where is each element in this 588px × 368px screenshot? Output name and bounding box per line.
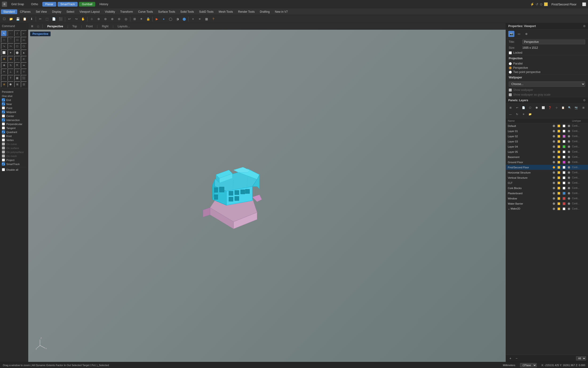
point-tool[interactable]: · <box>8 30 14 37</box>
layer-row-02[interactable]: Layer 02 Conti... <box>506 134 588 139</box>
loft-tool[interactable]: ⬠ <box>21 43 27 49</box>
viewport-single-icon[interactable]: □ <box>35 24 41 29</box>
saveas-btn[interactable]: 📋 <box>21 16 28 22</box>
select-tool[interactable]: ↖ <box>1 30 7 37</box>
fillet-tool[interactable]: ⌢ <box>14 56 20 62</box>
osnap-midpoint[interactable]: Midpoint <box>1 110 26 114</box>
layers-icon-9[interactable]: 📋 <box>560 105 566 111</box>
oneshot-label[interactable]: One shot <box>1 94 26 98</box>
layer-row-default[interactable]: Default Conti... <box>506 123 588 129</box>
layers-icon-12[interactable]: ⊞ <box>580 105 586 111</box>
osnap-knot[interactable]: Knot <box>1 134 26 138</box>
grid2-tool[interactable]: ⊞ <box>14 81 20 87</box>
ellipse-tool[interactable]: ⬭ <box>14 37 20 43</box>
osnap-point[interactable]: Point <box>1 106 26 110</box>
explode-tool[interactable]: ⊹ <box>21 69 27 75</box>
redo-btn[interactable]: ↪ <box>73 16 79 22</box>
render-preview-btn[interactable]: ▶ <box>154 16 160 22</box>
osnap-intersection[interactable]: Intersection <box>1 118 26 122</box>
save-btn[interactable]: 💾 <box>15 16 21 22</box>
layer-row-ground-floor[interactable]: Ground Floor Conti... <box>506 160 588 165</box>
snap-btn[interactable]: ⌖ <box>190 16 196 22</box>
osnap-tangent[interactable]: Tangent <box>1 126 26 130</box>
named-selections-btn[interactable]: ▦ <box>203 16 210 22</box>
circle-tool[interactable]: ○ <box>1 37 7 43</box>
wallpaper-dropdown[interactable]: Choose... <box>509 82 585 87</box>
material-btn[interactable]: ● <box>160 16 167 22</box>
copywref-btn[interactable]: ⬛ <box>57 16 64 22</box>
zoom-out-btn[interactable]: ⊖ <box>116 16 122 22</box>
join-tool[interactable]: ⊃ <box>14 69 20 75</box>
viewport-3d[interactable]: Perspective <box>28 30 506 362</box>
projection-parallel[interactable]: Parallel <box>506 61 588 66</box>
osnap-smarttrack[interactable]: SmartTrack <box>1 162 26 166</box>
layer-row-first-second-floor[interactable]: First/Second Floor Conti... <box>506 165 588 170</box>
menu-setview[interactable]: Set View <box>33 9 49 14</box>
menu-mesh-tools[interactable]: Mesh Tools <box>216 9 235 14</box>
curve-tool[interactable]: ∿ <box>1 43 7 49</box>
layers-icon-1[interactable]: ⊞ <box>507 105 513 111</box>
osnap-end[interactable]: End <box>1 98 26 102</box>
osnap-near[interactable]: Near <box>1 102 26 106</box>
disable-all-osnap[interactable]: Disable all <box>1 167 26 172</box>
viewport-grid-icon[interactable]: ⊞ <box>29 24 35 29</box>
lock-btn[interactable]: 🔒 <box>145 16 151 22</box>
menu-render-tools[interactable]: Render Tools <box>236 9 257 14</box>
select-btn[interactable]: ⊹ <box>88 16 95 22</box>
layer-print-dot[interactable] <box>568 125 570 127</box>
projection-two-point[interactable]: Two point perspective <box>506 70 588 74</box>
layer-row-cork-blocks[interactable]: Cork Blocks Conti... <box>506 185 588 191</box>
hatch-tool[interactable]: ▩ <box>14 75 20 81</box>
layer-row-04[interactable]: Layer 04 Conti... <box>506 144 588 149</box>
remove-layer-btn[interactable]: − <box>514 356 519 361</box>
menu-visibility[interactable]: Visibility <box>103 9 117 14</box>
menu-subd-tools[interactable]: SubD Tools <box>197 9 216 14</box>
freehand-tool[interactable]: 〜 <box>8 43 14 49</box>
show-wallpaper-checkbox[interactable] <box>509 89 512 92</box>
layers-icon-8[interactable]: ⊹ <box>553 105 560 111</box>
dimension-tool[interactable]: ↔ <box>1 75 7 81</box>
osnap-perpendicular[interactable]: Perpendicular <box>1 122 26 126</box>
layer-color-indicator[interactable] <box>544 2 548 6</box>
layer-color[interactable] <box>557 125 560 127</box>
layers-btn[interactable]: ≡ <box>196 16 203 22</box>
new-btn[interactable]: ☐ <box>1 16 8 22</box>
help-btn[interactable]: ? <box>210 16 217 22</box>
layers-icon-10[interactable]: 🔍 <box>567 105 573 111</box>
layer-row-05[interactable]: Layer 05 Conti... <box>506 149 588 155</box>
undo-btn[interactable]: ↩ <box>66 16 73 22</box>
osnap-center[interactable]: Center <box>1 114 26 118</box>
cplane-dropdown[interactable]: CPlane <box>520 363 537 367</box>
layers-icon-3[interactable]: 📄 <box>520 105 527 111</box>
layer-row-plasterboard[interactable]: Plasterboard Conti... <box>506 191 588 196</box>
zoom-extents-btn[interactable]: ⊕ <box>95 16 102 22</box>
menu-solid-tools[interactable]: Solid Tools <box>178 9 196 14</box>
layers-icon-6[interactable]: ⬜ <box>540 105 546 111</box>
rectangle-tool[interactable]: ▭ <box>21 37 27 43</box>
planar-button[interactable]: Planar <box>42 2 56 7</box>
scale-tool[interactable]: ⇱ <box>14 62 20 68</box>
tab-right[interactable]: Right <box>98 24 112 29</box>
layer-row-01[interactable]: Layer 01 Conti... <box>506 129 588 134</box>
record-icon[interactable]: ⊙ <box>540 2 543 6</box>
layer-row-horizontal-structure[interactable]: Horizontal Structure Conti... <box>506 170 588 175</box>
layers-icon-13[interactable]: — <box>507 111 513 117</box>
rotate-tool[interactable]: ↻ <box>8 62 14 68</box>
layer-row-water-barrier[interactable]: Water Barrier Conti... <box>506 201 588 206</box>
osnap-onmesh[interactable]: On mesh <box>1 154 26 158</box>
layers-panel-gear[interactable]: ⚙ <box>583 99 586 102</box>
history-button[interactable]: History <box>97 2 111 7</box>
menu-curve-tools[interactable]: Curve Tools <box>136 9 155 14</box>
offset-tool[interactable]: ⊏ <box>21 56 27 62</box>
layer-material[interactable] <box>562 125 565 127</box>
move-tool[interactable]: ✤ <box>1 62 7 68</box>
lights-btn[interactable]: ☀ <box>138 16 145 22</box>
texture-btn[interactable]: ◑ <box>174 16 181 22</box>
menu-cplanes[interactable]: CPlanes <box>18 9 33 14</box>
osnap-onpolysurface[interactable]: On polysurface <box>1 150 26 154</box>
surface-tool[interactable]: ⬡ <box>14 43 20 49</box>
layer-row-basement[interactable]: Basement Conti... <box>506 155 588 160</box>
menu-display[interactable]: Display <box>50 9 63 14</box>
osnap-vertex[interactable]: Vertex <box>1 138 26 142</box>
boolean-diff-tool[interactable]: ⊖ <box>8 56 14 62</box>
